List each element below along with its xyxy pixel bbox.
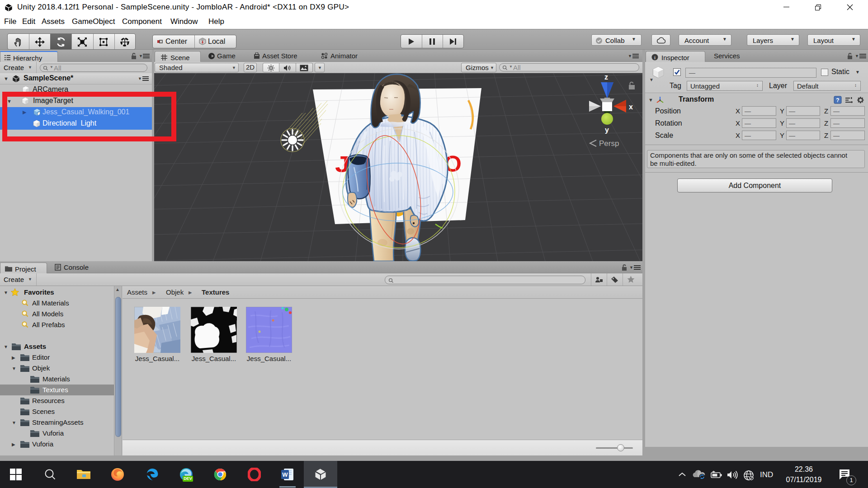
svg-text:y: y [605,126,609,134]
svg-text:z: z [604,73,608,81]
svg-text:Persp: Persp [599,139,619,148]
svg-text:x: x [629,103,633,111]
svg-text:i: i [654,55,656,60]
svg-text:?: ? [836,97,839,103]
svg-text:W: W [282,471,288,478]
